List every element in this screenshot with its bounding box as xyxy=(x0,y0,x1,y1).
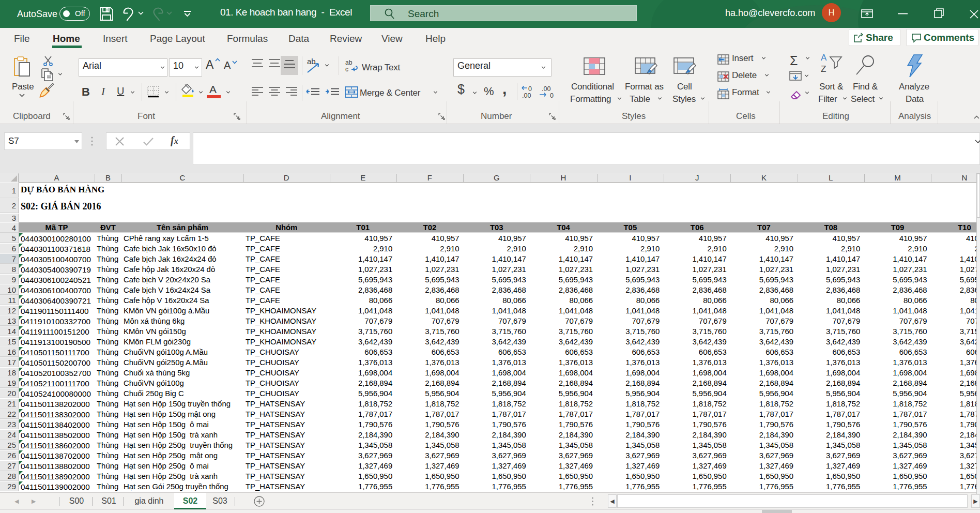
svg-text:.00: .00 xyxy=(542,85,550,93)
svg-text:c: c xyxy=(345,66,348,73)
svg-text:0: 0 xyxy=(550,92,554,99)
svg-text:.00: .00 xyxy=(522,92,531,99)
svg-text:ab: ab xyxy=(345,59,353,66)
svg-text:0: 0 xyxy=(528,85,532,93)
svg-text:ab: ab xyxy=(307,57,316,66)
